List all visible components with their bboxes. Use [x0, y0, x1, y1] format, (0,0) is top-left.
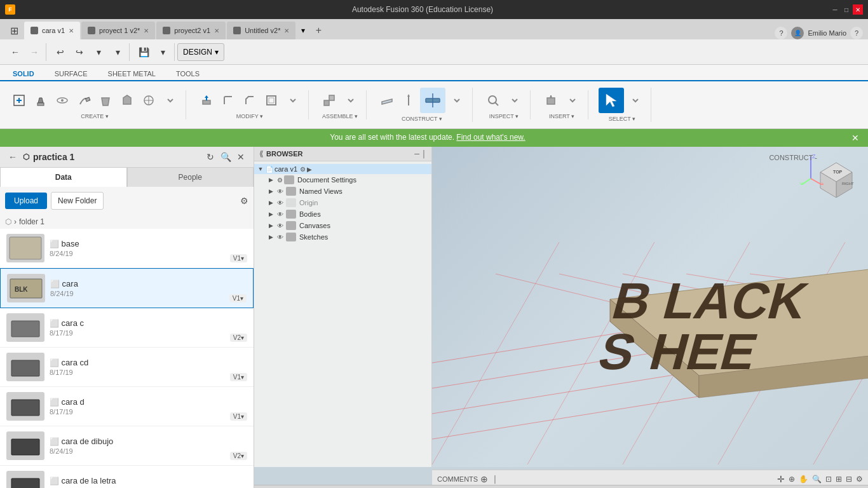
- browser-hide-button[interactable]: ─: [414, 150, 419, 158]
- tab-surface[interactable]: SURFACE: [44, 67, 98, 81]
- browser-root-item[interactable]: ▼ 📄 cara v1 ⚙ ▶: [254, 164, 431, 174]
- file-item-base[interactable]: ⬜ base 8/24/19 V1▾: [0, 229, 254, 268]
- tab-proyect1[interactable]: proyect 1 v2* ✕: [81, 22, 155, 39]
- tab-sheet-metal[interactable]: SHEET METAL: [98, 67, 166, 81]
- design-dropdown-button[interactable]: DESIGN ▾: [177, 43, 224, 61]
- sweep-btn[interactable]: [74, 90, 94, 111]
- insert-btn[interactable]: [541, 90, 561, 111]
- panel-back-button[interactable]: ←: [6, 151, 19, 163]
- canvas-area[interactable]: B LACK S HEE: [432, 147, 868, 467]
- browser-named-views[interactable]: ▶ 👁 Named Views: [254, 186, 431, 197]
- eye-icon[interactable]: 👁: [276, 198, 285, 207]
- tab-close-button[interactable]: ✕: [69, 27, 74, 34]
- save-dropdown[interactable]: ▾: [154, 43, 172, 61]
- restore-button[interactable]: □: [841, 4, 851, 15]
- eye-icon[interactable]: 👁: [276, 233, 285, 241]
- construct-more-btn[interactable]: [447, 90, 467, 111]
- grid-view-button[interactable]: ⊞: [5, 22, 23, 39]
- browser-bodies[interactable]: ▶ 👁 Bodies: [254, 208, 431, 220]
- tab-tools[interactable]: TOOLS: [166, 67, 210, 81]
- construct-axis-btn[interactable]: [398, 90, 419, 111]
- update-link[interactable]: Find out what's new.: [456, 133, 525, 142]
- close-button[interactable]: ✕: [853, 4, 863, 15]
- viewport-fit-btn[interactable]: ⊡: [825, 475, 832, 484]
- file-item-cara-de-la-letra[interactable]: ⬜ cara de la letra 8/24/19 V1▾: [0, 466, 254, 488]
- viewport-pan-btn[interactable]: ✋: [799, 475, 808, 484]
- modify-more-btn[interactable]: [283, 90, 303, 111]
- file-item-cara-de-dibujo[interactable]: ⬜ cara de dibujo 8/24/19 V2▾: [0, 426, 254, 466]
- comments-expand[interactable]: │: [493, 475, 498, 483]
- construct-point-btn[interactable]: [420, 88, 445, 113]
- file-item-cara-d[interactable]: ⬜ cara d 8/17/19 V1▾: [0, 387, 254, 426]
- back-button[interactable]: ←: [6, 43, 24, 61]
- comments-add-button[interactable]: ⊕: [480, 474, 488, 484]
- construct-plane-btn[interactable]: [377, 90, 397, 111]
- rib-btn[interactable]: [117, 90, 137, 111]
- tab-cara-v1[interactable]: cara v1 ✕: [24, 22, 80, 39]
- file-item-cara-cd[interactable]: ⬜ cara cd 8/17/19 V1▾: [0, 348, 254, 387]
- extrude-btn[interactable]: [31, 90, 51, 111]
- viewport-grid-btn[interactable]: ⊟: [846, 475, 852, 484]
- undo-button[interactable]: ↩: [51, 43, 69, 61]
- help-button[interactable]: ?: [850, 27, 863, 39]
- tree-arrow[interactable]: ▶: [267, 222, 275, 229]
- select-btn[interactable]: [599, 88, 624, 113]
- browser-expand-button[interactable]: │: [422, 150, 426, 158]
- eye-icon[interactable]: 👁: [276, 210, 285, 219]
- chamfer-btn[interactable]: [240, 90, 260, 111]
- tree-arrow[interactable]: ▶: [267, 199, 275, 207]
- tree-collapse-arrow[interactable]: ▼: [257, 165, 264, 173]
- assemble-more-btn[interactable]: [341, 90, 361, 111]
- doc-play-icon[interactable]: ▶: [307, 166, 312, 173]
- update-close-button[interactable]: ✕: [851, 133, 859, 143]
- help-community-button[interactable]: ?: [775, 27, 787, 39]
- tree-arrow[interactable]: ▶: [267, 187, 275, 195]
- undo-dropdown[interactable]: ▾: [90, 43, 107, 61]
- revolve-btn[interactable]: [52, 90, 72, 111]
- tab-solid[interactable]: SOLID: [3, 67, 44, 81]
- redo-dropdown[interactable]: ▾: [109, 43, 126, 61]
- viewport-orbit-btn[interactable]: ⊕: [789, 475, 795, 484]
- viewport-zoom-btn[interactable]: 🔍: [812, 475, 822, 484]
- close-panel-button[interactable]: ✕: [234, 151, 247, 163]
- tab-proyect2[interactable]: proyect2 v1 ✕: [156, 22, 226, 39]
- eye-icon[interactable]: 👁: [276, 187, 285, 196]
- minimize-button[interactable]: ─: [830, 4, 840, 15]
- create-new-btn[interactable]: [9, 90, 29, 111]
- forward-button[interactable]: →: [25, 43, 43, 61]
- eye-icon[interactable]: 👁: [276, 221, 285, 230]
- upload-button[interactable]: Upload: [5, 193, 47, 209]
- assemble-btn[interactable]: [319, 90, 339, 111]
- browser-canvases[interactable]: ▶ 👁 Canvases: [254, 220, 431, 231]
- redo-button[interactable]: ↪: [71, 43, 88, 61]
- tab-close-button[interactable]: ✕: [144, 27, 149, 34]
- web-btn[interactable]: [139, 90, 159, 111]
- file-item-cara[interactable]: BLK ⬜ cara 8/24/19 V1▾: [0, 268, 254, 308]
- select-more-btn[interactable]: [625, 90, 646, 111]
- save-button[interactable]: 💾: [135, 43, 153, 61]
- account-icon[interactable]: 👤: [791, 27, 804, 39]
- file-item-cara-c[interactable]: ⬜ cara c 8/17/19 V2▾: [0, 308, 254, 348]
- browser-doc-settings[interactable]: ▶ ⚙ Document Settings: [254, 174, 431, 186]
- inspect-more-btn[interactable]: [505, 90, 525, 111]
- tab-close-button[interactable]: ✕: [284, 27, 289, 34]
- inspect-btn[interactable]: [483, 90, 503, 111]
- tree-arrow[interactable]: ▶: [267, 176, 275, 184]
- people-tab[interactable]: People: [127, 167, 254, 187]
- tree-arrow[interactable]: ▶: [267, 233, 275, 241]
- tree-arrow[interactable]: ▶: [267, 210, 275, 218]
- shell-btn[interactable]: [261, 90, 281, 111]
- insert-more-btn[interactable]: [562, 90, 583, 111]
- new-tab-button[interactable]: +: [311, 22, 326, 39]
- browser-origin[interactable]: ▶ 👁 Origin: [254, 197, 431, 208]
- tab-close-button[interactable]: ✕: [214, 27, 219, 34]
- browser-sketches[interactable]: ▶ 👁 Sketches: [254, 231, 431, 243]
- loft-btn[interactable]: [95, 90, 116, 111]
- search-button[interactable]: 🔍: [219, 151, 232, 163]
- viewport-move-btn[interactable]: ✛: [777, 474, 785, 484]
- tab-overflow-button[interactable]: ▾: [297, 22, 309, 39]
- refresh-button[interactable]: ↻: [204, 151, 217, 163]
- create-more-btn[interactable]: [160, 90, 180, 111]
- tab-untitled[interactable]: Untitled v2* ✕: [227, 22, 295, 39]
- press-pull-btn[interactable]: [196, 90, 217, 111]
